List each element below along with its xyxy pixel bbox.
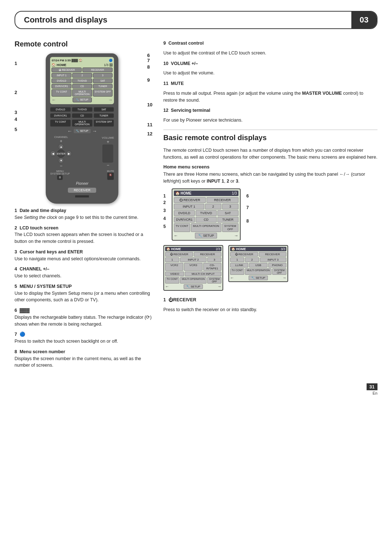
screen13-btn-input1[interactable]: INPUT 1 xyxy=(174,204,204,209)
screen23-btn-3[interactable]: 3 xyxy=(207,257,221,262)
setup-icon-btn[interactable]: 🔧 SETUP xyxy=(74,129,90,133)
screen33-btn-usb[interactable]: USB xyxy=(249,263,267,268)
screen33-header: 🏠 HOME 3/3 xyxy=(230,247,286,251)
screen13-btn-setup[interactable]: 🔧 SETUP xyxy=(195,233,217,239)
lcd-btn-sat[interactable]: SAT xyxy=(93,78,113,83)
lcd-dvd-row: DVD/LD TV/DVD SAT xyxy=(52,78,113,83)
enter-btn[interactable]: ENTER xyxy=(57,150,65,158)
nav-up[interactable]: ▲ xyxy=(58,144,64,150)
screen33-btn-tvcont[interactable]: TV CONT xyxy=(230,268,244,275)
lcd-btn-receiver-left[interactable]: ⏻ RECEIVER xyxy=(52,68,82,72)
nav-right[interactable]: ▶ xyxy=(66,151,72,156)
screen23-btn-multichinput[interactable]: MULTI CH INPUT xyxy=(185,272,221,276)
page-footer: 31 En xyxy=(0,376,392,399)
screen23-btn-sysoff[interactable]: SYSTEM OFF xyxy=(207,277,221,284)
screen23-btn-input2[interactable]: INPUT 2 xyxy=(180,257,207,262)
screen13-btn-sysoff[interactable]: SYSTEM OFF xyxy=(222,223,238,232)
volume-plus[interactable]: + xyxy=(107,139,109,144)
phys-btn-sat[interactable]: SAT xyxy=(94,107,114,112)
screen23-btn-vcr2[interactable]: VCR2 xyxy=(165,263,183,271)
screen33-btn-2[interactable]: 2 xyxy=(245,257,259,262)
right-items: 9 Contrast control Use to adjust the con… xyxy=(163,40,377,124)
screen13-btn-multiop[interactable]: MULTI OPERATION xyxy=(191,223,221,232)
screen13-btn-tuner[interactable]: TUNER xyxy=(217,217,238,223)
screen33-btn-1[interactable]: 1 xyxy=(230,257,244,262)
volume-minus[interactable]: − xyxy=(107,163,109,168)
ms-callout-8: 8 xyxy=(246,217,249,225)
phys-btn-tvcont[interactable]: TV CONT xyxy=(50,119,71,127)
screen23-btn-tvcont[interactable]: TV CONT xyxy=(165,277,179,284)
channel-minus[interactable]: − xyxy=(60,163,62,168)
lcd-btn-tvdvd[interactable]: TV/DVD xyxy=(72,78,92,83)
screen23-arrow-right: → xyxy=(217,284,221,289)
desc-11: 11 MUTE Press to mute all output. Press … xyxy=(163,80,377,103)
screen13-btn-tvdvd[interactable]: TV/DVD xyxy=(196,210,217,216)
screen33-btn-sysoff[interactable]: SYSTEM OFF xyxy=(272,268,286,275)
screen23-btn-video[interactable]: VIDEO xyxy=(165,272,184,276)
lcd-btn-receiver-right[interactable]: RECEIVER xyxy=(82,68,113,72)
lcd-btn-input1[interactable]: INPUT 1 xyxy=(52,73,72,78)
screen13-btn-recv-left[interactable]: ⏻ RECEIVER xyxy=(174,197,206,203)
lcd-btn-sysoff[interactable]: SYSTEM OFF xyxy=(93,89,113,97)
main-screen-13: 🏠 HOME 1/3 ⏻ RECEIVER RECEIVER INPUT 1 2… xyxy=(172,188,241,241)
phys-btn-multiop[interactable]: MULTI OPERATION xyxy=(72,119,93,127)
screen13-num: 1/3 xyxy=(232,191,237,195)
screen13-btn-3[interactable]: 3 xyxy=(222,204,238,209)
screen-23: 🏠 HOME 2/3 ⏻ RECEIVER RECEIVER 1 INPUT 2… xyxy=(163,245,223,291)
screen33-btn-phono[interactable]: PHONO xyxy=(268,263,286,268)
screen33-btn-recv-r[interactable]: RECEIVER xyxy=(259,252,287,257)
lcd-btn-dvrvcr1[interactable]: DVR/VCR1 xyxy=(52,84,72,89)
screen23-btn-setup[interactable]: 🔧 SETUP xyxy=(184,284,203,289)
screen33-btn-llink[interactable]: LLINK xyxy=(230,263,248,268)
lcd-btn-2[interactable]: 2 xyxy=(72,73,92,78)
lcd-btn-tuner[interactable]: TUNER xyxy=(93,84,113,89)
system-setup-label: SYSTEM SETUP xyxy=(50,172,70,175)
screen33-btn-multiop[interactable]: MULTI OPERATION xyxy=(245,268,272,275)
screen23-btn-vcr3[interactable]: VCR3 xyxy=(184,263,202,271)
nav-left[interactable]: ◀ xyxy=(50,151,56,156)
main-screen-callouts-left: 1 2 3 4 5 xyxy=(163,188,166,231)
callout-3: 3 xyxy=(15,95,17,115)
lcd-btn-tvcont[interactable]: TV CONT xyxy=(52,89,72,97)
menu-btn[interactable]: ☰ xyxy=(57,175,63,180)
screen23-btn-multiop[interactable]: MULTI OPERATION xyxy=(180,277,207,284)
screen23-btn-cdrtape1[interactable]: CD-R/TAPE1 xyxy=(203,263,221,271)
lcd-btn-cd[interactable]: CD xyxy=(72,84,92,89)
phys-btn-dvdld[interactable]: DVD/LD xyxy=(50,107,71,112)
screen33-btn-input3[interactable]: INPUT 3 xyxy=(260,257,287,262)
screen23-btn-1[interactable]: 1 xyxy=(165,257,179,262)
screen13-btn-tvcont[interactable]: TV CONT xyxy=(174,223,190,232)
phys-btn-tvdvd[interactable]: TV/DVD xyxy=(72,107,93,112)
lcd-btn-3[interactable]: 3 xyxy=(93,73,113,78)
phys-btn-cd[interactable]: CD xyxy=(72,113,93,118)
phys-btn-sysoff[interactable]: SYSTEM OFF xyxy=(94,119,114,127)
screen33-btn-recv-l[interactable]: ⏻ RECEIVER xyxy=(230,252,258,257)
volume-slider[interactable] xyxy=(102,144,113,163)
screen13-btn-dvdld[interactable]: DVD/LD xyxy=(174,210,195,216)
screen33-btn-setup[interactable]: 🔧 SETUP xyxy=(249,276,268,280)
screen13-btn-sat[interactable]: SAT xyxy=(217,210,238,216)
screen33-llink-row: LLINK USB PHONO xyxy=(230,263,286,268)
screen33-setup-row: ← 🔧 SETUP → xyxy=(230,276,286,280)
screen13-btn-cd[interactable]: CD xyxy=(196,217,217,223)
phys-btn-dvrvcr1[interactable]: DVR/VCR1 xyxy=(50,113,71,118)
lcd-btn-setup[interactable]: 🔧 SETUP xyxy=(73,97,91,102)
port xyxy=(75,195,89,198)
screen23-btn-recv-r[interactable]: RECEIVER xyxy=(194,252,222,257)
lcd-btn-multiop[interactable]: MULTI OPERATION xyxy=(72,89,92,97)
mute-btn[interactable]: 🔇 xyxy=(107,172,114,180)
screen13-input-row: INPUT 1 2 3 xyxy=(174,204,238,209)
nav-down[interactable]: ▼ xyxy=(58,158,64,163)
screen13-btn-2[interactable]: 2 xyxy=(205,204,221,209)
phys-btn-tuner[interactable]: TUNER xyxy=(94,113,114,118)
screen23-input-row: 1 INPUT 2 3 xyxy=(165,257,221,262)
channel-plus[interactable]: + xyxy=(60,139,62,144)
lcd-btn-dvdld[interactable]: DVD/LD xyxy=(52,78,72,83)
lcd-home-row: 🏠 HOME 1/3 🖼 xyxy=(52,63,113,67)
screen23-btn-recv-l[interactable]: ⏻ RECEIVER xyxy=(165,252,193,257)
page-title: Controls and displays xyxy=(15,12,351,28)
screen13-setup-row: ← 🔧 SETUP → xyxy=(174,233,238,239)
screen13-btn-dvrvcr1[interactable]: DVR/VCR1 xyxy=(174,217,195,223)
receiver-badge: RECEIVER xyxy=(68,188,96,193)
screen13-btn-recv-right[interactable]: RECEIVER xyxy=(207,197,238,203)
